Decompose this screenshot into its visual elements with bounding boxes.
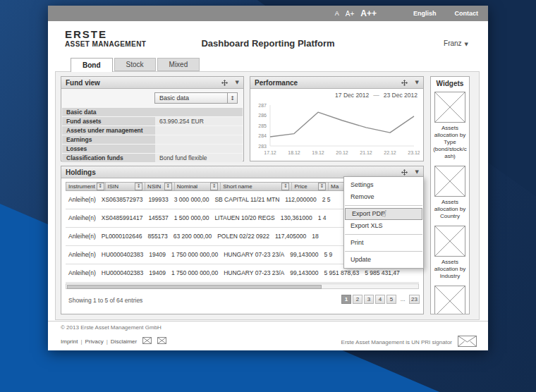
page-title: Dashboard Reporting Platform: [48, 38, 488, 49]
fund-data-select[interactable]: Basic data: [154, 92, 238, 104]
unpri-signator-text: Erste Asset Management is UN PRI signato…: [341, 339, 452, 345]
cell-nsin: 199933: [145, 191, 171, 209]
social-placeholder-icon[interactable]: [157, 337, 166, 345]
fund-row-label: Basic data: [62, 108, 155, 116]
widget-placeholder-image-icon[interactable]: [434, 286, 465, 314]
copyright-text: © 2013 Erste Asset Management GmbH: [61, 324, 162, 331]
column-label: Short name: [223, 183, 252, 190]
footer-links: Imprint | Privacy | Disclaimer: [61, 337, 166, 345]
fund-data-select-value: Basic data: [155, 94, 227, 102]
menu-divider: [345, 251, 422, 252]
move-icon[interactable]: [401, 169, 408, 176]
column-header-nominal[interactable]: Nominal: [175, 183, 221, 190]
performance-chart: 28328428528628717.1218.1219.1220.1221.12…: [252, 101, 420, 160]
imprint-link[interactable]: Imprint: [61, 338, 78, 345]
menu-divider: [345, 205, 422, 206]
page-button-4[interactable]: 4: [375, 295, 385, 304]
sort-icon[interactable]: [210, 183, 218, 190]
cell-nominal: 3 000 000,00: [171, 191, 212, 209]
table-row: Basic data: [62, 108, 243, 116]
sort-icon[interactable]: [164, 183, 172, 190]
table-row: Classification funds Bond fund flexible: [62, 154, 243, 162]
sort-icon[interactable]: [318, 183, 326, 190]
date-from[interactable]: 17 Dec 2012: [335, 92, 369, 99]
link-separator: |: [80, 338, 82, 345]
font-size-large-button[interactable]: A++: [360, 8, 377, 18]
widget-caption: Assets allocation by Type (bond/stock/ca…: [432, 125, 468, 160]
performance-header: Performance: [250, 77, 423, 89]
cell-short-name: HUNGARY 07-23 23/A: [221, 246, 287, 264]
column-header-instrument[interactable]: Instrument: [66, 183, 106, 190]
tab-stock[interactable]: Stock: [114, 58, 156, 71]
envelope-icon[interactable]: [458, 336, 477, 348]
panel-menu-caret-icon[interactable]: [236, 80, 239, 85]
svg-text:287: 287: [258, 103, 267, 108]
fund-row-label: Losses: [62, 145, 155, 153]
panel-menu-caret-icon[interactable]: [415, 169, 419, 175]
menu-item-settings[interactable]: Settings: [344, 179, 423, 191]
move-icon[interactable]: [401, 79, 408, 87]
table-row: Losses: [62, 145, 243, 153]
menu-item-print[interactable]: Print: [344, 237, 423, 249]
tab-bond[interactable]: Bond: [71, 58, 113, 72]
footer-divider: [48, 321, 488, 321]
widget-placeholder-image-icon[interactable]: [434, 166, 465, 197]
user-name: Franz: [444, 39, 462, 47]
widget-placeholder-image-icon[interactable]: [434, 226, 465, 257]
svg-text:20.12: 20.12: [336, 150, 348, 155]
column-label: Nominal: [177, 183, 197, 190]
privacy-link[interactable]: Privacy: [85, 338, 104, 345]
page-button-1[interactable]: 1: [341, 295, 351, 304]
list-item: Assets allocation by Type (bond/stock/ca…: [432, 92, 468, 160]
column-header-isin[interactable]: ISIN: [106, 183, 146, 190]
cell-price: 99,143000: [287, 246, 321, 264]
page-button-3[interactable]: 3: [364, 295, 374, 304]
fund-view-header: Fund view: [61, 77, 243, 89]
fund-row-value: [155, 135, 243, 144]
horizontal-scrollbar[interactable]: [66, 283, 419, 289]
social-placeholder-icon[interactable]: [142, 337, 152, 345]
column-label: Price: [294, 183, 307, 190]
footer-right: Erste Asset Management is UN PRI signato…: [341, 336, 477, 348]
widget-placeholder-image-icon[interactable]: [434, 92, 465, 123]
svg-text:18.12: 18.12: [288, 150, 300, 155]
panel-menu-caret-icon[interactable]: [415, 80, 419, 85]
top-utility-bar: A A+ A++ English Contact: [48, 6, 488, 21]
font-size-small-button[interactable]: A: [335, 10, 339, 17]
contact-link[interactable]: Contact: [455, 10, 479, 17]
move-icon[interactable]: [221, 79, 229, 87]
menu-item-remove[interactable]: Remove: [344, 191, 423, 203]
app-window: A A+ A++ English Contact ERSTE ASSET MAN…: [48, 6, 488, 350]
font-size-medium-button[interactable]: A+: [346, 10, 355, 18]
language-link[interactable]: English: [413, 10, 437, 17]
page-button-23[interactable]: 23: [409, 295, 420, 304]
sort-icon[interactable]: [135, 183, 142, 190]
context-menu: Settings Remove Export PDF Export XLS Pr…: [343, 176, 424, 269]
table-row: Assets under management: [62, 126, 243, 135]
user-dropdown[interactable]: Franz: [444, 39, 468, 47]
sort-icon[interactable]: [281, 183, 289, 190]
date-to[interactable]: 23 Dec 2012: [384, 92, 418, 99]
cell-short-name: SB CAPITAL 11/21 MTN: [212, 191, 282, 209]
svg-text:284: 284: [258, 133, 267, 138]
sort-icon[interactable]: [97, 183, 104, 190]
cell-price: 99,143000: [287, 264, 321, 282]
column-header-nsin[interactable]: NSIN: [145, 183, 175, 190]
cell-nominal: 1 750 000 000,00: [169, 264, 221, 282]
menu-item-update[interactable]: Update: [344, 254, 423, 266]
disclaimer-link[interactable]: Disclaimer: [111, 338, 137, 345]
column-header-price[interactable]: Price: [292, 183, 329, 190]
page-button-2[interactable]: 2: [353, 295, 363, 304]
menu-item-export-xls[interactable]: Export XLS: [344, 220, 423, 232]
svg-text:285: 285: [258, 123, 267, 128]
menu-divider: [345, 234, 422, 235]
cell-market-value: 5 9: [321, 246, 335, 264]
cell-isin: XS0485991417: [99, 209, 146, 227]
tab-mixed[interactable]: Mixed: [157, 58, 200, 71]
cell-8: [329, 209, 335, 227]
svg-text:17.12: 17.12: [264, 150, 276, 155]
cell-8: [335, 246, 341, 264]
scrollbar-thumb[interactable]: [67, 285, 322, 289]
page-button-5[interactable]: 5: [386, 295, 396, 304]
column-header-short-name[interactable]: Short name: [221, 183, 292, 190]
